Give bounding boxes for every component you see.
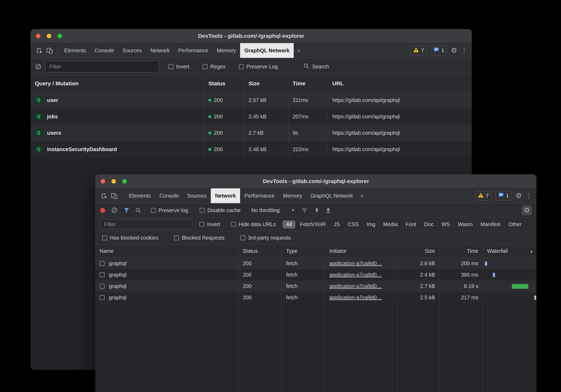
table-row[interactable]: Q users 200 2.7 kB 9s https://gitlab.com… [31, 125, 472, 141]
column-header-status[interactable]: Status [204, 75, 244, 92]
overflow-menu-icon[interactable]: ⋮ [526, 193, 532, 199]
hide-data-urls-checkbox[interactable]: Hide data URLs [231, 221, 276, 227]
column-header-status[interactable]: Status [239, 244, 282, 258]
overflow-menu-icon[interactable]: ⋮ [461, 47, 467, 54]
more-tabs-icon[interactable]: » [294, 47, 303, 54]
filter-pill-css[interactable]: CSS [344, 220, 362, 228]
column-header-size[interactable]: Size [244, 75, 288, 92]
initiator-link[interactable]: application-a7ca9d0… [329, 260, 382, 267]
search-button[interactable]: Search [303, 63, 329, 71]
tab-elements[interactable]: Elements [125, 188, 155, 203]
record-button[interactable] [100, 208, 105, 213]
device-toolbar-icon[interactable] [44, 45, 54, 55]
warnings-badge[interactable]: 7 [410, 46, 427, 55]
filter-pill-ws[interactable]: WS [438, 220, 453, 228]
table-row[interactable]: graphql 200 fetch application-a7ca9d0… 2… [95, 281, 536, 292]
filter-pill-js[interactable]: JS [330, 220, 343, 228]
preserve-log-checkbox[interactable]: Preserve log [151, 207, 188, 213]
table-row[interactable]: graphql 200 fetch application-a7ca9d0… 2… [95, 269, 536, 281]
disable-cache-checkbox[interactable]: Disable cache [200, 207, 241, 213]
issues-badge[interactable]: 1 [431, 46, 447, 55]
table-row[interactable]: graphql 200 fetch application-a7ca9d0… 2… [95, 292, 536, 303]
tab-sources[interactable]: Sources [118, 43, 146, 58]
column-header-name[interactable]: Name [95, 244, 239, 258]
blocked-requests-checkbox[interactable]: Blocked Requests [174, 235, 224, 241]
network-conditions-icon[interactable] [301, 207, 308, 214]
column-header-type[interactable]: Type [282, 244, 325, 258]
row-checkbox[interactable] [100, 261, 105, 266]
zoom-button[interactable] [58, 34, 62, 38]
tab-network[interactable]: Network [146, 43, 174, 58]
filter-input[interactable] [45, 61, 159, 72]
import-har-icon[interactable] [314, 207, 320, 214]
invert-checkbox[interactable]: Invert [169, 64, 189, 70]
tab-performance[interactable]: Performance [174, 43, 213, 58]
tab-sources[interactable]: Sources [183, 188, 211, 203]
filter-pill-doc[interactable]: Doc [421, 220, 437, 228]
filter-pill-img[interactable]: Img [363, 220, 379, 228]
more-tabs-icon[interactable]: » [357, 192, 367, 199]
clear-icon[interactable] [111, 207, 118, 214]
checkbox-box [239, 64, 244, 69]
filter-pill-fetch-xhr[interactable]: Fetch/XHR [296, 220, 329, 228]
has-blocked-cookies-checkbox[interactable]: Has blocked cookies [102, 235, 158, 241]
close-button[interactable] [36, 34, 40, 38]
initiator-cell: application-a7ca9d0… [325, 281, 398, 292]
minimize-button[interactable] [47, 34, 51, 38]
row-checkbox[interactable] [100, 295, 105, 300]
issues-badge[interactable]: 1 [495, 191, 512, 200]
column-header-initiator[interactable]: Initiator [325, 244, 398, 258]
tab-console[interactable]: Console [155, 188, 183, 203]
initiator-link[interactable]: application-a7ca9d0… [329, 272, 382, 278]
tab-memory[interactable]: Memory [279, 188, 306, 203]
network-settings-gear-icon[interactable]: ⚙ [522, 205, 532, 215]
export-har-icon[interactable] [325, 207, 331, 214]
settings-gear-icon[interactable]: ⚙ [451, 47, 457, 54]
clear-icon[interactable] [35, 63, 42, 70]
zoom-button[interactable] [122, 179, 127, 184]
tab-performance[interactable]: Performance [240, 188, 279, 203]
invert-checkbox[interactable]: Invert [199, 221, 220, 227]
tab-graphql-network[interactable]: GraphQL Network [306, 188, 357, 203]
initiator-link[interactable]: application-a7ca9d0… [329, 295, 382, 301]
inspect-icon[interactable] [34, 45, 44, 55]
initiator-link[interactable]: application-a7ca9d0… [329, 283, 382, 289]
device-toolbar-icon[interactable] [109, 191, 119, 201]
column-header-time[interactable]: Time [288, 75, 328, 92]
row-checkbox[interactable] [100, 284, 105, 289]
inspect-icon[interactable] [99, 191, 109, 201]
table-row[interactable]: Q instanceSecurityDashboard 200 2.48 kB … [31, 141, 472, 157]
preserve-log-label: Preserve Log [246, 64, 278, 70]
settings-gear-icon[interactable]: ⚙ [516, 192, 522, 199]
throttling-select[interactable]: No throttling ▾ [251, 207, 294, 213]
filter-input[interactable] [100, 220, 193, 229]
filter-pill-wasm[interactable]: Wasm [454, 220, 476, 228]
table-row[interactable]: Q jobs 200 2.45 kB 207ms https://gitlab.… [31, 108, 472, 125]
column-header-url[interactable]: URL [328, 75, 472, 92]
filter-pill-manifest[interactable]: Manifest [477, 220, 504, 228]
preserve-log-checkbox[interactable]: Preserve Log [239, 64, 278, 70]
tab-network[interactable]: Network [211, 188, 240, 203]
filter-pill-other[interactable]: Other [505, 220, 525, 228]
column-header-time[interactable]: Time [440, 244, 483, 258]
search-icon[interactable] [135, 207, 142, 214]
column-header-size[interactable]: Size [398, 244, 440, 258]
filter-icon[interactable] [123, 207, 130, 213]
tab-graphql-network[interactable]: GraphQL Network [240, 43, 294, 58]
filter-pill-media[interactable]: Media [380, 220, 401, 228]
row-checkbox[interactable] [100, 272, 105, 277]
column-header-query-mutation[interactable]: Query / Mutation [31, 75, 204, 92]
filter-pill-font[interactable]: Font [402, 220, 420, 228]
warnings-badge[interactable]: 7 [475, 191, 492, 200]
regex-checkbox[interactable]: Regex [203, 64, 226, 70]
table-row[interactable]: Q user 200 2.57 kB 211ms https://gitlab.… [31, 92, 472, 108]
minimize-button[interactable] [111, 179, 116, 184]
filter-pill-all[interactable]: All [283, 220, 295, 228]
close-button[interactable] [101, 179, 105, 184]
tab-elements[interactable]: Elements [60, 43, 90, 58]
tab-memory[interactable]: Memory [213, 43, 240, 58]
table-row[interactable]: graphql 200 fetch application-a7ca9d0… 2… [95, 258, 536, 269]
column-header-waterfall[interactable]: Waterfall ▲ [483, 244, 536, 258]
tab-console[interactable]: Console [90, 43, 118, 58]
third-party-requests-checkbox[interactable]: 3rd-party requests [240, 235, 291, 241]
